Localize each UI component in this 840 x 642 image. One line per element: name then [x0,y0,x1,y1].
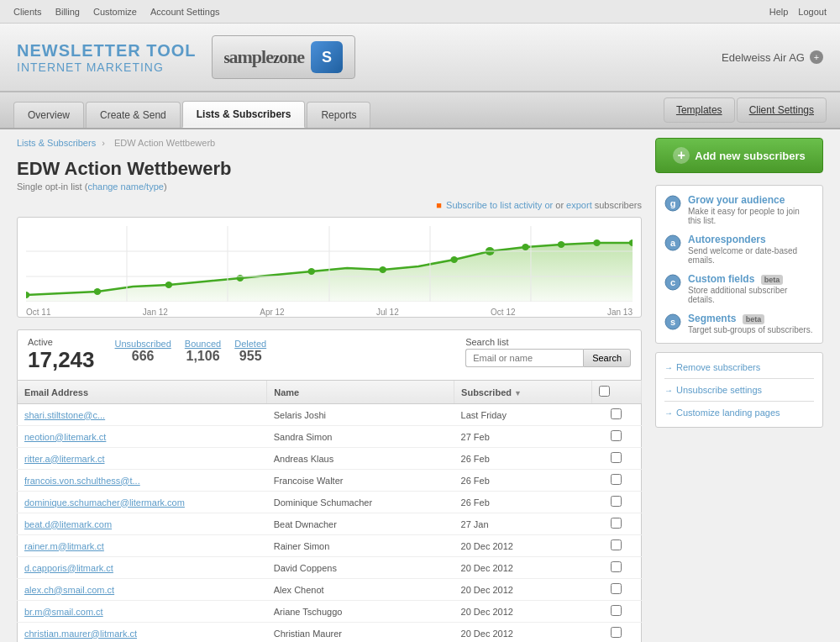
tab-overview[interactable]: Overview [13,102,84,128]
content-wrapper: Lists & Subscribers › EDW Action Wettbew… [0,129,840,642]
tab-lists-subscribers[interactable]: Lists & Subscribers [182,101,306,128]
add-client-icon[interactable]: + [810,50,823,64]
nav-billing[interactable]: Billing [55,7,80,17]
cell-name: Alex Chenot [267,579,454,601]
tab-templates[interactable]: Templates [664,97,735,123]
segments-desc: Target sub-groups of subscribers. [688,325,812,334]
active-value: 17,243 [28,347,95,373]
row-checkbox[interactable] [611,518,622,529]
row-checkbox[interactable] [611,561,622,572]
svg-point-6 [379,266,386,273]
subscriber-table: Email Address Name Subscribed ▼ shari.st [17,381,642,642]
subscribe-bar: ■ Subscribe to list activity or or expor… [17,200,642,210]
chart-labels: Oct 11 Jan 12 Apr 12 Jul 12 Oct 12 Jan 1… [26,308,633,317]
subtitle-text: Single opt-in list [17,182,82,192]
tab-create-send[interactable]: Create & Send [86,102,181,128]
customize-landing-link-a[interactable]: Customize landing pages [676,408,780,418]
cell-name: Rainer Simon [267,535,454,557]
sidebar-segments: s Segments beta Target sub-groups of sub… [664,313,814,334]
deleted-label[interactable]: Deleted [234,339,266,349]
nav-clients[interactable]: Clients [13,7,42,17]
nav-account-settings[interactable]: Account Settings [150,7,220,17]
search-label: Search list [465,337,631,347]
nav-customize[interactable]: Customize [93,7,137,17]
row-checkbox[interactable] [611,539,622,550]
table-row: rainer.m@litmark.ct Rainer Simon 20 Dec … [18,535,642,557]
nav-help[interactable]: Help [769,7,789,17]
cell-subscribed: Last Friday [454,404,591,426]
nav-logout[interactable]: Logout [798,7,827,17]
cell-subscribed: 20 Dec 2012 [454,601,591,623]
search-input[interactable] [465,349,583,367]
row-checkbox[interactable] [611,583,622,594]
row-checkbox[interactable] [611,474,622,485]
unsubscribe-settings-link-a[interactable]: Unsubscribe settings [676,385,762,395]
breadcrumb-parent[interactable]: Lists & Subscribers [17,138,96,148]
stat-group: Unsubscribed 666 Bounced 1,106 Deleted 9… [115,339,267,364]
cell-check [591,470,641,492]
cell-check [591,557,641,579]
row-checkbox[interactable] [611,452,622,463]
brand-text: NEWSLETTER TOOL INTERNET MARKETING [17,40,197,75]
col-header-email: Email Address [18,381,267,404]
col-header-subscribed[interactable]: Subscribed ▼ [454,381,591,404]
arrow-icon: → [664,363,673,372]
cell-email: d.capporis@litmark.ct [18,557,267,579]
subscribe-link[interactable]: Subscribe to list activity or [446,200,553,210]
cell-subscribed: 20 Dec 2012 [454,623,591,643]
row-checkbox[interactable] [611,408,622,419]
cell-check [591,448,641,470]
cell-check [591,601,641,623]
cell-name: Beat Dwnacher [267,513,454,535]
cell-subscribed: 20 Dec 2012 [454,535,591,557]
check-all[interactable] [599,386,610,397]
cell-name: Ariane Tschuggo [267,601,454,623]
bounced-label[interactable]: Bounced [185,339,221,349]
tab-client-settings[interactable]: Client Settings [737,97,827,123]
row-checkbox[interactable] [611,627,622,638]
chart-label-jan13: Jan 13 [607,308,633,317]
breadcrumb-current: EDW Action Wettbewerb [114,138,215,148]
beta-badge: beta [761,275,784,285]
top-nav-right: Help Logout [769,7,827,17]
segments-beta-badge: beta [743,314,765,324]
row-checkbox[interactable] [611,605,622,616]
search-group: Search list Search [465,337,631,367]
customize-landing-link: → Customize landing pages [664,405,814,420]
table-row: d.capporis@litmark.ct David Coppens 20 D… [18,557,642,579]
custom-fields-desc: Store additional subscriber details. [688,286,814,304]
cell-email: alex.ch@smail.com.ct [18,579,267,601]
cell-email: francois.von.schulthess@t... [18,470,267,492]
custom-fields-link[interactable]: Custom fields beta [688,273,814,285]
add-subscribers-button[interactable]: + Add new subscribers [655,138,823,173]
cell-name: Francoise Walter [267,470,454,492]
chart-label-jul12: Jul 12 [376,308,399,317]
tab-reports[interactable]: Reports [307,102,370,128]
cell-name: Christian Maurer [267,623,454,643]
export-link[interactable]: export [566,200,592,210]
remove-link[interactable]: Remove subscribers [676,362,760,372]
unsubscribed-label[interactable]: Unsubscribed [115,339,171,349]
stat-deleted: Deleted 955 [234,339,266,364]
cell-check [591,623,641,643]
add-icon: + [673,147,690,164]
table-row: beat.d@litemark.com Beat Dwnacher 27 Jan [18,513,642,535]
arrow-icon-2: → [664,386,673,395]
divider-2 [664,401,814,402]
cell-subscribed: 26 Feb [454,448,591,470]
segments-link[interactable]: Segments beta [688,313,812,324]
autoresponders-icon: a [664,234,681,251]
cell-check [591,404,641,426]
unsubscribed-value: 666 [115,349,171,364]
row-checkbox[interactable] [611,496,622,507]
search-button[interactable]: Search [583,349,631,367]
segments-icon: s [664,313,681,330]
change-name-link[interactable]: change name/type [87,182,164,192]
autoresponders-link[interactable]: Autoresponders [688,234,814,245]
table-body: shari.stiltstone@c... Selaris Joshi Last… [18,404,642,643]
row-checkbox[interactable] [611,430,622,441]
grow-link[interactable]: Grow your audience [688,194,814,206]
add-btn-label: Add new subscribers [695,150,805,162]
stats-row: Active 17,243 Unsubscribed 666 Bounced 1… [17,329,642,381]
export-pre: or [555,200,566,210]
